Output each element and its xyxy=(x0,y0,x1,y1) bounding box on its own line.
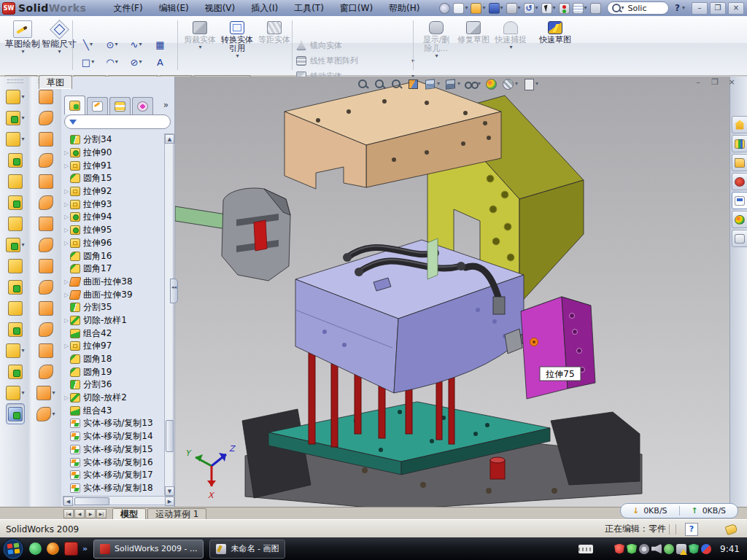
part-stop-pin[interactable] xyxy=(490,457,505,479)
toolbar-grip[interactable] xyxy=(7,79,23,83)
ribbon-button-快速草图[interactable]: 快速草图 xyxy=(538,19,573,71)
dropdown-icon[interactable]: ▾ xyxy=(435,53,438,59)
tree-item[interactable]: 实体-移动/复制14 xyxy=(63,430,163,443)
network-speed-widget[interactable]: ↓ 0KB/S ↑ 0KB/S xyxy=(620,503,738,518)
reference-geometry-button[interactable]: ▾ xyxy=(6,340,24,361)
sketch-entity-button-4[interactable]: □▾ xyxy=(76,53,100,71)
tree-hscrollbar[interactable]: ◀ ▶ xyxy=(63,496,174,505)
chamfer-button[interactable] xyxy=(8,149,23,171)
tree-item[interactable]: 组合42 xyxy=(63,327,163,340)
tab-nav-0[interactable]: |◀ xyxy=(63,509,74,518)
dropdown-icon[interactable]: ▾ xyxy=(21,115,24,121)
tree-item[interactable]: 圆角16 xyxy=(63,249,163,262)
sync-tray-icon[interactable] xyxy=(664,544,674,554)
extruded-boss-button[interactable]: ▾ xyxy=(6,86,24,107)
tree-item[interactable]: ▷拉伸93 xyxy=(63,198,163,211)
tree-item[interactable]: 圆角18 xyxy=(63,353,163,366)
input-method-tray-icon[interactable] xyxy=(701,544,711,554)
curve-button[interactable]: ▾ xyxy=(36,403,55,424)
dropdown-icon[interactable]: ▾ xyxy=(115,42,117,47)
dropdown-icon[interactable]: ▾ xyxy=(465,5,468,11)
dropdown-icon[interactable]: ▾ xyxy=(21,49,24,55)
dropdown-icon[interactable]: ▾ xyxy=(52,411,55,417)
gear-tray-icon[interactable] xyxy=(639,544,649,554)
freeform-button[interactable] xyxy=(39,213,53,234)
antivirus-green-tray-icon[interactable] xyxy=(627,544,637,554)
shell-button[interactable] xyxy=(8,171,23,192)
menu-item-4[interactable]: 工具(T) xyxy=(286,1,332,16)
tree-item[interactable]: 实体-移动/复制15 xyxy=(63,443,163,456)
menu-item-3[interactable]: 插入(I) xyxy=(243,1,286,16)
tree-item[interactable]: 实体-移动/复制13 xyxy=(63,417,163,430)
expand-icon[interactable]: ▷ xyxy=(63,149,70,156)
expand-icon[interactable]: ▷ xyxy=(63,317,70,324)
mirror-feature-button[interactable] xyxy=(8,255,23,276)
tab-nav-3[interactable]: ▶| xyxy=(96,509,107,518)
zoom-area-button[interactable] xyxy=(374,78,386,90)
part-side-block[interactable] xyxy=(521,297,595,399)
resources-home-button[interactable] xyxy=(732,116,747,133)
select-button[interactable]: ▾ xyxy=(541,3,556,14)
tree-item[interactable]: 实体-移动/复制18 xyxy=(63,482,163,495)
knit-surface-button[interactable] xyxy=(39,340,53,361)
dropdown-icon[interactable]: ▾ xyxy=(518,5,521,11)
tree-item[interactable]: ▷拉伸94 xyxy=(63,211,163,224)
help-button[interactable]: ? xyxy=(675,3,680,13)
dropdown-icon[interactable]: ▾ xyxy=(21,390,24,396)
task-button-paint[interactable]: 未命名 - 画图 xyxy=(209,540,285,559)
dropdown-icon[interactable]: ▾ xyxy=(482,5,485,11)
tab-nav-1[interactable]: ◀ xyxy=(74,509,85,518)
tab-运动算例 1[interactable]: 运动算例 1 xyxy=(147,508,206,520)
menu-item-6[interactable]: 帮助(H) xyxy=(381,1,427,16)
dropdown-icon[interactable]: ▾ xyxy=(198,44,201,50)
view-orientation-button[interactable]: ▾ xyxy=(424,78,440,90)
graphics-viewport[interactable]: 拉伸75 Y Z X xyxy=(175,77,729,507)
expand-icon[interactable]: ▷ xyxy=(63,214,70,220)
dropdown-icon[interactable]: ▾ xyxy=(90,42,93,47)
tree-item[interactable]: 分割34 xyxy=(63,133,163,147)
part-core-insert[interactable] xyxy=(175,188,290,281)
dropdown-icon[interactable]: ▾ xyxy=(509,44,512,50)
manager-tab-propertymanager[interactable] xyxy=(87,97,108,114)
tree-item[interactable]: 圆角15 xyxy=(63,172,163,185)
messenger-quicklaunch-icon[interactable] xyxy=(29,542,42,555)
dropdown-icon[interactable]: ▾ xyxy=(21,136,24,142)
sketch-entity-button-2[interactable]: ∿▾ xyxy=(124,36,148,53)
sphere-quicklaunch-icon[interactable] xyxy=(47,542,59,555)
combine-bodies-button[interactable] xyxy=(8,298,23,319)
swept-surface-button[interactable] xyxy=(39,86,53,107)
extend-surface-button[interactable] xyxy=(39,298,53,319)
scroll-right-icon[interactable]: ▶ xyxy=(165,497,174,506)
tree-item[interactable]: ▷拉伸90 xyxy=(63,147,163,160)
expand-icon[interactable]: ▷ xyxy=(63,188,70,195)
options-button[interactable]: ▾ xyxy=(573,3,587,14)
section-view-button[interactable] xyxy=(407,78,419,90)
replace-face-button[interactable] xyxy=(39,255,53,276)
tree-item[interactable]: ▷切除-放样2 xyxy=(63,392,163,405)
move-copy-body-button[interactable] xyxy=(8,319,23,340)
apply-scene-button[interactable]: ▾ xyxy=(502,78,518,90)
dropdown-icon[interactable]: ▾ xyxy=(58,49,61,55)
tree-item[interactable]: ▷曲面-拉伸39 xyxy=(63,288,163,301)
menu-item-0[interactable]: 文件(F) xyxy=(105,1,150,16)
expand-icon[interactable]: ▷ xyxy=(63,240,70,246)
pin-button[interactable] xyxy=(439,3,450,14)
plane-button[interactable] xyxy=(8,361,23,382)
tag-icon[interactable] xyxy=(725,523,738,534)
tree-item[interactable]: ▷切除-放样1 xyxy=(63,314,163,327)
manager-tab-featuremanager[interactable] xyxy=(64,96,85,114)
tree-item[interactable]: ▷拉伸96 xyxy=(63,237,163,250)
tab-模型[interactable]: 模型 xyxy=(112,508,146,520)
antivirus-red-tray-icon[interactable] xyxy=(614,544,624,554)
dropdown-icon[interactable]: ▾ xyxy=(91,59,94,65)
scroll-down-icon[interactable]: ▼ xyxy=(165,486,174,496)
ribbon-button-草图绘制[interactable]: 草图绘制▾ xyxy=(4,19,41,71)
print-button[interactable]: ▾ xyxy=(506,3,521,14)
tree-item[interactable]: ▷拉伸95 xyxy=(63,224,163,237)
trim-surface-button[interactable] xyxy=(39,319,53,340)
shield-plus-tray-icon[interactable] xyxy=(689,544,699,554)
tree-item[interactable]: 圆角17 xyxy=(63,262,163,276)
network-warning-tray-icon[interactable] xyxy=(676,544,686,554)
tree-item[interactable]: 实体-移动/复制17 xyxy=(63,469,163,482)
dropdown-icon[interactable]: ▾ xyxy=(584,5,587,11)
